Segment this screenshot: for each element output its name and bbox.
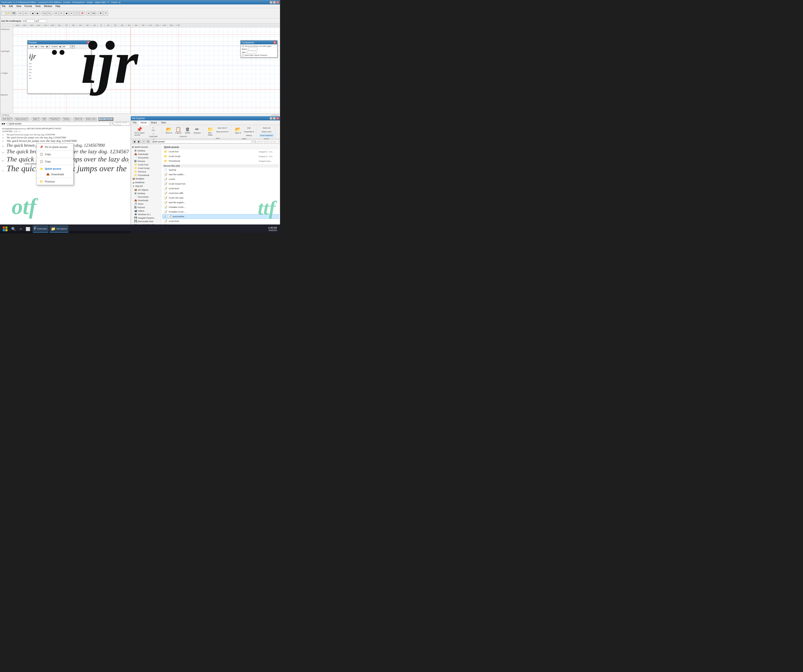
fc-menu-window[interactable]: Window: [43, 5, 53, 8]
fe-left-invert-sel-btn[interactable]: Invert selection: [98, 117, 113, 121]
fc-paste-btn[interactable]: 📌: [80, 11, 84, 16]
ctx-precious[interactable]: 📁 Precious: [36, 179, 73, 184]
fe-sidebar-this-pc[interactable]: ▼ This PC: [131, 184, 161, 188]
fc-next-glyph-btn[interactable]: ▶: [35, 11, 40, 16]
sidebar-item-videos[interactable]: 📹 Videos: [131, 209, 161, 213]
sidebar-item-downloads2[interactable]: 📥 Downloads: [131, 198, 161, 202]
sidebar-item-desktop2[interactable]: 🖥 Desktop: [131, 192, 161, 195]
fc-opentype-checkbox[interactable]: [242, 54, 244, 56]
sidebar-item-music[interactable]: 🎵 Music: [131, 202, 161, 206]
ctx-downloads-item[interactable]: 📥 Downloads: [36, 172, 73, 177]
fe-recent-crush-kern[interactable]: 📝 crush.kern.otffd: [162, 191, 279, 196]
fc-select-btn[interactable]: ↖: [59, 11, 64, 16]
fe-left-easy-access-btn[interactable]: Easy access ▾: [15, 117, 29, 121]
sidebar-item-seagate[interactable]: 💾 Seagate Expansi...: [131, 216, 161, 219]
fc-pencil-btn[interactable]: ✏: [54, 11, 59, 16]
fc-glyph-canvas[interactable]: ·· ijr Preview ✕ Auto Auto Custo: [13, 27, 280, 119]
sidebar-item-crush-font[interactable]: 📁 Crush Font: [131, 163, 161, 166]
fe-open-ribbon-btn[interactable]: 📂 Open ▾: [233, 126, 242, 137]
fe-sidebar-dropbox-header[interactable]: 📦 Dropbox: [131, 177, 161, 180]
taskbar-start-btn[interactable]: [2, 225, 9, 233]
fe-properties-btn[interactable]: Properties ▾: [243, 130, 255, 133]
fe-delete-btn[interactable]: 🗑 Delete: [183, 126, 192, 135]
fe-easy-access-btn[interactable]: Easy access ▾: [215, 130, 229, 133]
fe-address-display[interactable]: Quick access: [151, 140, 252, 143]
fe-recent-start-multilin[interactable]: 📝 start file-multilin...: [162, 172, 279, 177]
fc-menu-edit[interactable]: Edit: [8, 5, 13, 8]
fe-cut-ribbon-btn[interactable]: ✂ Cut: [146, 126, 160, 132]
fe-left-select-all-btn[interactable]: Select all: [73, 117, 83, 121]
fe-edit-ribbon-btn[interactable]: Edit: [243, 126, 255, 130]
fe-left-select-none-btn[interactable]: Select none: [85, 117, 97, 121]
ctx-downloads[interactable]: 📥 Downloads: [43, 172, 73, 177]
fe-sidebar-quick-access-header[interactable]: ▶ Quick access: [131, 145, 161, 149]
sidebar-item-documents[interactable]: 📄 Documents: [131, 156, 161, 159]
fe-left-new-item-btn[interactable]: New Item ▾: [2, 117, 13, 121]
fe-select-all-btn[interactable]: Select all: [259, 126, 274, 130]
fe-copy-path-btn[interactable]: 📋 Copy path: [146, 132, 160, 138]
fe-recent-crush2[interactable]: 📝 crush2: [162, 177, 279, 182]
ctx-pin-quick-access[interactable]: 📌 Pin to Quick access: [36, 144, 73, 150]
fe-minimize-btn[interactable]: ─: [270, 117, 272, 120]
fc-new-btn[interactable]: 📄: [1, 11, 6, 16]
fe-recent-spacing[interactable]: 📄 spacing: [162, 167, 279, 172]
fc-copy-btn[interactable]: 📋: [75, 11, 79, 16]
fc-minimize-btn[interactable]: ─: [270, 1, 272, 4]
fe-recent-crush-test3[interactable]: 📝 crush-test3: [162, 186, 279, 191]
fe-invert-selection-btn[interactable]: Invert selection: [259, 134, 274, 137]
fe-left-address-display[interactable]: Quick access: [8, 122, 110, 125]
sidebar-item-desktop[interactable]: 🖥 Desktop: [131, 149, 161, 153]
fc-preview-btn[interactable]: 👁: [98, 11, 103, 16]
fc-save-btn[interactable]: 💾: [11, 11, 16, 16]
ctx-copy-1[interactable]: 📋 Copy: [36, 151, 73, 157]
fe-move-to-btn[interactable]: 📂 Move to: [164, 126, 173, 135]
fe-up-btn[interactable]: ↑: [142, 140, 145, 143]
fe-search-box[interactable]: 🔍 Search Quick access: [253, 140, 278, 143]
fc-close-btn[interactable]: ✕: [276, 1, 279, 4]
fc-menu-help[interactable]: Help: [55, 5, 61, 8]
fc-open-btn[interactable]: 📂: [6, 11, 11, 16]
fe-left-nav-up[interactable]: ↑: [6, 122, 7, 125]
fe-recent-crush-script-font[interactable]: 📝 Crush-Script-Font: [162, 182, 279, 186]
sidebar-item-crush-script[interactable]: 📁 Crush Script: [131, 166, 161, 170]
sidebar-item-downloads[interactable]: 📥 Downloads: [131, 153, 161, 156]
fe-tab-share[interactable]: Share: [149, 120, 159, 125]
fe-folder-crush-script[interactable]: 📁 Crush Script Seagate E...\Cru: [162, 154, 279, 159]
fc-kern-btn[interactable]: AV: [91, 11, 96, 16]
fe-new-item-btn[interactable]: New Item ▾: [215, 126, 229, 130]
fc-menu-tools[interactable]: Tools: [34, 5, 41, 8]
fe-left-open-btn[interactable]: Open ▾: [32, 117, 40, 121]
fc-metrics-btn[interactable]: ⇔: [86, 11, 91, 16]
sidebar-item-pictures[interactable]: 🖼 Pictures: [131, 159, 161, 163]
fe-forward-btn[interactable]: ▶: [137, 140, 141, 143]
fc-prev-glyph-btn[interactable]: ◀: [30, 11, 35, 16]
sidebar-item-removable[interactable]: 💾 Removable Disk: [131, 219, 161, 223]
fe-close-btn[interactable]: ✕: [276, 117, 279, 120]
fe-left-nav-fwd[interactable]: ▶: [4, 122, 5, 125]
sidebar-item-promotional[interactable]: 📁 Promotional: [131, 174, 161, 177]
sidebar-item-3dobjects[interactable]: 📦 3D Objects: [131, 188, 161, 192]
fc-test-btn[interactable]: T: [103, 11, 108, 16]
taskbar-search-btn[interactable]: 🔍: [10, 225, 17, 233]
taskbar-taskview-btn[interactable]: ⬜: [24, 225, 32, 233]
taskbar-fontcreator-btn[interactable]: F FontCreator: [33, 225, 49, 233]
fe-recent-crush-test2[interactable]: 📝 crush-test2: [162, 219, 279, 224]
fc-show-text-checkbox[interactable]: ✓: [242, 45, 244, 47]
fe-maximize-btn[interactable]: □: [273, 117, 276, 120]
fc-undo-btn[interactable]: ↩: [18, 11, 23, 16]
sidebar-item-windows-c[interactable]: 💻 Windows (C:): [131, 213, 161, 216]
fe-rename-btn[interactable]: ✏ Rename: [193, 126, 202, 135]
fe-select-none-btn[interactable]: Select none: [259, 130, 274, 133]
fc-menu-view[interactable]: View: [15, 5, 22, 8]
fe-tab-home[interactable]: Home: [139, 120, 149, 125]
sidebar-item-precious[interactable]: 📁 Precious: [131, 170, 161, 174]
fe-refresh-btn[interactable]: ↻: [146, 140, 150, 143]
fc-redo-btn[interactable]: ↪: [23, 11, 28, 16]
fe-tab-file[interactable]: File: [131, 120, 139, 125]
fc-y-input[interactable]: [37, 19, 47, 23]
fe-sidebar-onedrive-header[interactable]: ☁ OneDrive: [131, 180, 161, 184]
taskbar-cortana-btn[interactable]: ○: [18, 225, 23, 233]
fe-tab-view[interactable]: View: [159, 120, 168, 125]
fe-left-nav-back[interactable]: ◀: [2, 122, 3, 125]
fe-left-properties-btn[interactable]: Properties ▾: [49, 117, 61, 121]
